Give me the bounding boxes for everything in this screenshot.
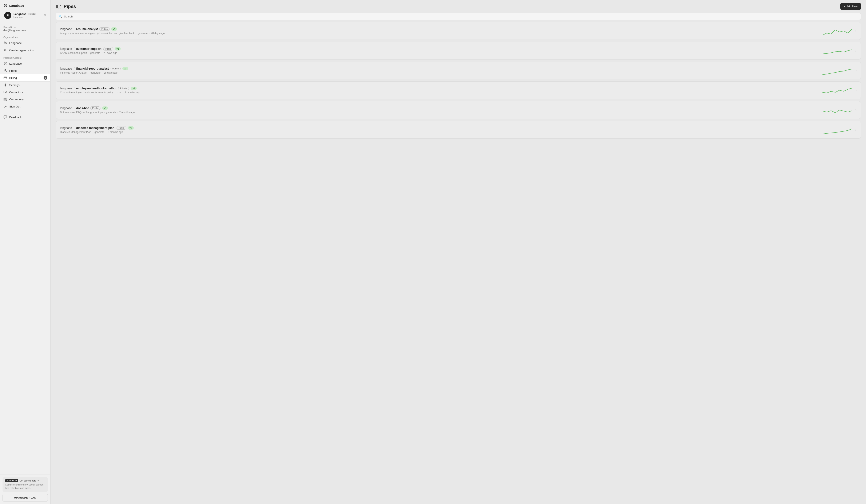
sidebar-item-community[interactable]: Community [0,96,50,103]
organizations-section-header: Organizations [0,33,50,39]
pipe-owner: langbase [60,87,72,90]
add-new-button[interactable]: + Add New [840,3,861,10]
version-badge: v2 [131,87,137,90]
pipe-sparkline [823,26,852,36]
account-switcher[interactable]: ⌘ Langbase Hobby langbase ⇅ [2,10,48,21]
version-badge: v1 [115,47,121,50]
page-title: Pipes [64,4,76,9]
account-info: Langbase Hobby langbase [13,12,42,18]
pipe-type: generate [95,130,104,134]
pipe-meta-dot-2: · [102,71,102,74]
pipe-meta: Bot to answer FAQs of Langbase Pipe · ge… [60,111,819,114]
pipe-card[interactable]: langbase / employee-handbook-chatbot Pri… [56,81,861,99]
pipe-meta: Chat with employee handbook for remote p… [60,91,819,94]
pipe-card[interactable]: langbase / resume-analyst Public v1 Anal… [56,22,861,40]
pipe-meta-dot: · [88,71,89,74]
sidebar-item-feedback[interactable]: Feedback [0,114,50,121]
settings-label: Settings [9,83,20,87]
pipe-name: diabetes-management-plan [76,126,114,129]
pipe-title-row: langbase / diabetes-management-plan Publ… [60,126,819,129]
pipe-time: 28 days ago [104,71,117,74]
search-bar-wrap: 🔍 [51,13,866,22]
svg-rect-6 [56,5,57,8]
community-label: Community [9,98,24,101]
version-badge: v2 [128,126,134,129]
version-badge: v1 [122,67,128,70]
add-new-label: Add New [846,5,857,8]
pipe-description: Bot to answer FAQs of Langbase Pipe [60,111,103,114]
plus-circle-icon: ⊕ [3,48,7,52]
pipe-chevron-icon: › [855,88,856,92]
version-badge: v5 [102,106,108,110]
page-title-area: Pipes [56,3,76,10]
pipe-title-row: langbase / financial-report-analyst Publ… [60,67,819,70]
pipe-meta-dot: · [104,111,105,114]
feedback-label: Feedback [9,116,22,119]
sidebar-item-contact[interactable]: Contact us [0,89,50,96]
pipe-owner: langbase [60,67,72,70]
pipe-type: generate [106,111,116,114]
app-name: Langbase [9,4,24,7]
pipe-meta-dot: · [92,130,93,134]
search-bar: 🔍 [56,13,861,20]
visibility-badge: Public [99,27,110,31]
get-started-logo: LANGBASE [5,479,18,482]
app-logo: ⌘ Langbase [2,2,48,9]
pipe-owner: langbase [60,47,72,50]
sidebar-item-org-langbase[interactable]: ⌘ Langbase [0,39,50,46]
pipe-info: langbase / resume-analyst Public v1 Anal… [60,27,819,35]
pipe-name: docs-bot [76,106,89,110]
visibility-badge: Public [111,67,121,70]
svg-point-0 [4,69,6,71]
get-started-banner[interactable]: LANGBASE Get started here » Get unlimite… [2,477,48,492]
main-content: Pipes + Add New 🔍 langbase / resume-anal… [51,0,866,504]
sidebar-item-signout[interactable]: Sign Out [0,103,50,110]
personal-icon: ⌘ [3,62,7,66]
pipe-slash: / [74,106,75,110]
search-icon: 🔍 [59,15,62,18]
pipe-card[interactable]: langbase / financial-report-analyst Publ… [56,62,861,79]
signout-label: Sign Out [9,105,20,108]
pipe-meta-dot: · [114,91,115,94]
pipe-card[interactable]: langbase / customer-support Public v1 SA… [56,42,861,59]
sidebar-item-settings[interactable]: Settings [0,81,50,89]
app-logo-icon: ⌘ [3,3,8,8]
svg-rect-1 [4,77,7,79]
chevron-up-down-icon: ⇅ [44,14,46,17]
search-input[interactable] [64,15,858,18]
sidebar-item-create-org[interactable]: ⊕ Create organization [0,46,50,54]
billing-label: Billing [9,76,17,80]
sidebar-item-personal-langbase[interactable]: ⌘ Langbase [0,60,50,67]
pipe-name: employee-handbook-chatbot [76,87,116,90]
pipe-description: Chat with employee handbook for remote p… [60,91,113,94]
org-icon: ⌘ [3,41,7,45]
pipe-meta-dot: · [88,51,89,55]
pipe-chevron-icon: › [855,108,856,112]
get-started-header: LANGBASE Get started here » [5,479,45,482]
svg-point-2 [5,84,6,85]
get-started-link: Get started here [20,479,36,482]
pipe-description: Financial Report Analyst [60,71,87,74]
visibility-badge: Private [118,87,129,90]
pipe-meta-dot-2: · [101,51,102,55]
personal-account-section-header: Personal Account [0,54,50,60]
pipe-owner: langbase [60,106,72,110]
pipe-card[interactable]: langbase / diabetes-management-plan Publ… [56,121,861,139]
sidebar-item-profile[interactable]: Profile [0,67,50,74]
upgrade-plan-button[interactable]: UPGRADE PLAN [2,494,48,502]
pipe-name: resume-analyst [76,27,98,31]
pipe-slash: / [74,126,75,129]
pipe-info: langbase / financial-report-analyst Publ… [60,67,819,74]
pipe-description: SAAS customer support [60,51,87,55]
pipe-owner: langbase [60,27,72,31]
gear-icon [3,83,7,87]
pipe-owner: langbase [60,126,72,129]
pipe-sparkline [823,65,852,76]
pipe-meta-dot-2: · [106,130,106,134]
profile-label: Profile [9,69,17,72]
card-icon [3,76,7,80]
signout-icon [3,105,7,108]
pipe-card[interactable]: langbase / docs-bot Public v5 Bot to ans… [56,101,861,119]
plan-badge: Hobby [27,13,36,15]
sidebar-item-billing[interactable]: Billing 1 [0,74,50,81]
